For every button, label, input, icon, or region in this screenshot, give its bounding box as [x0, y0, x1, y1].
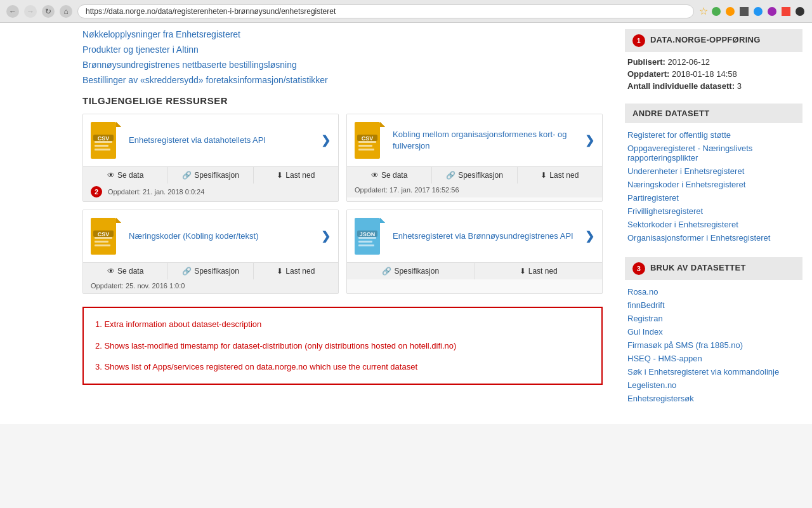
updated-row: Oppdatert: 2018-01-18 14:58 [627, 69, 800, 79]
svg-rect-12 [358, 145, 372, 147]
svg-rect-5 [95, 149, 110, 150]
other-link-2[interactable]: Underenheter i Enhetsregisteret [625, 164, 802, 178]
bruk-link-0[interactable]: Rosa.no [625, 285, 802, 298]
svg-marker-10 [380, 122, 385, 127]
se-data-btn-2[interactable]: 👁 Se data [83, 263, 168, 279]
json-file-icon-3: JSON [355, 218, 385, 255]
updated-value: 2018-01-18 14:58 [672, 69, 737, 79]
bruk-link-5[interactable]: HSEQ - HMS-appen [625, 352, 802, 365]
page-wrapper: Nøkkelopplysninger fra Enhetsregisteret … [0, 23, 812, 424]
csv-file-icon-0: CSV [91, 122, 121, 159]
se-data-btn-0[interactable]: 👁 Se data [83, 167, 168, 184]
updated-text-0: Oppdatert: 21. jan. 2018 0:0:24 [108, 188, 204, 196]
bruk-link-8[interactable]: Enhetsregistersøk [625, 392, 802, 405]
other-link-7[interactable]: Organisasjonsformer i Enhetsregisteret [625, 231, 802, 244]
bruk-link-2[interactable]: Registran [625, 312, 802, 325]
last-ned-btn-3[interactable]: ⬇ Last ned [475, 263, 603, 279]
bruk-link-3[interactable]: Gul Index [625, 325, 802, 338]
last-ned-label-1: Last ned [549, 171, 579, 180]
sidebar-badge-1: 1 [632, 34, 645, 47]
svg-rect-21 [95, 244, 110, 246]
download-icon-2: ⬇ [277, 267, 283, 276]
resource-card-3: JSON Enhetsregisteret via Brønnøysundreg… [346, 210, 603, 294]
dataset-count-value: 3 [737, 81, 742, 91]
last-ned-btn-2[interactable]: ⬇ Last ned [254, 263, 338, 279]
sidebar-badge-3: 3 [632, 262, 645, 275]
resource-title-1[interactable]: Kobling mellom organisasjonsformenes kor… [393, 129, 581, 152]
updated-label: Oppdatert: [627, 69, 669, 79]
top-link-2[interactable]: Brønnøysundregistrenes nettbaserte besti… [82, 60, 603, 70]
sidebar-other-links: Registeret for offentlig støtte Oppgaver… [625, 128, 802, 244]
spesifikasjon-label-2: Spesifikasjon [194, 267, 239, 276]
sidebar-data-section: 1 DATA.NORGE-OPPFØRING Publisert: 2012-0… [625, 29, 802, 91]
resource-actions-2: 👁 Se data 🔗 Spesifikasjon ⬇ Last ned [83, 262, 338, 279]
csv-file-icon-2: CSV [91, 218, 121, 255]
se-data-btn-1[interactable]: 👁 Se data [347, 167, 432, 184]
svg-rect-28 [358, 241, 372, 243]
other-link-0[interactable]: Registeret for offentlig støtte [625, 128, 802, 142]
svg-marker-26 [380, 218, 385, 223]
download-icon-3: ⬇ [520, 267, 526, 276]
spesifikasjon-btn-3[interactable]: 🔗 Spesifikasjon [347, 263, 475, 279]
back-button[interactable]: ← [6, 5, 19, 18]
top-link-1[interactable]: Produkter og tjenester i Altinn [82, 44, 603, 55]
last-ned-btn-1[interactable]: ⬇ Last ned [518, 167, 602, 184]
resource-title-0[interactable]: Enhetsregisteret via datahotellets API [129, 135, 317, 146]
svg-marker-18 [116, 218, 121, 223]
url-bar[interactable]: https://data.norge.no/data/registerenhet… [77, 4, 694, 18]
sidebar-bruk-section: 3 BRUK AV DATASETTET Rosa.no finnBedrift… [625, 257, 802, 405]
other-link-4[interactable]: Partiregisteret [625, 191, 802, 204]
updated-text-2: Oppdatert: 25. nov. 2016 1:0:0 [91, 282, 185, 290]
status-icon-purple [768, 7, 776, 16]
badge-2: 2 [91, 186, 102, 197]
resource-actions-3: 🔗 Spesifikasjon ⬇ Last ned [347, 262, 602, 279]
spesifikasjon-btn-0[interactable]: 🔗 Spesifikasjon [168, 167, 253, 184]
svg-text:JSON: JSON [360, 231, 376, 237]
other-link-5[interactable]: Frivillighetsregisteret [625, 204, 802, 218]
top-link-0[interactable]: Nøkkelopplysninger fra Enhetsregisteret [82, 29, 603, 39]
chevron-icon-3: ❯ [585, 229, 594, 243]
last-ned-btn-0[interactable]: ⬇ Last ned [254, 167, 338, 184]
svg-rect-13 [358, 149, 374, 150]
spesifikasjon-label-0: Spesifikasjon [194, 171, 239, 180]
bruk-link-6[interactable]: Søk i Enhetsregisteret via kommandolinje [625, 365, 802, 378]
resource-card-top-3: JSON Enhetsregisteret via Brønnøysundreg… [347, 210, 602, 262]
status-icon-red [782, 7, 790, 16]
browser-chrome: ← → ↻ ⌂ https://data.norge.no/data/regis… [0, 0, 812, 23]
bruk-link-1[interactable]: finnBedrift [625, 298, 802, 312]
status-icon-orange [726, 7, 735, 16]
sidebar-other-header: ANDRE DATASETT [625, 104, 802, 123]
dataset-count-row: Antall individuelle datasett: 3 [627, 81, 800, 91]
top-link-3[interactable]: Bestillinger av «skreddersydd» foretaksi… [82, 75, 603, 85]
svg-text:CSV: CSV [98, 231, 110, 237]
resource-card-top-2: CSV Næringskoder (Kobling koder/tekst) ❯ [83, 210, 338, 262]
other-link-6[interactable]: Sektorkoder i Enhetsregisteret [625, 218, 802, 231]
home-button[interactable]: ⌂ [60, 5, 72, 18]
svg-marker-2 [116, 122, 121, 127]
status-icon-blue [754, 7, 763, 16]
resource-title-3[interactable]: Enhetsregisteret via Brønnøysundregistre… [393, 231, 581, 242]
info-box: 1. Extra information about dataset-descr… [82, 307, 603, 385]
other-link-1[interactable]: Oppgaveregisteret - Næringslivets rappor… [625, 142, 802, 164]
resources-grid: CSV Enhetsregisteret via datahotellets A… [82, 114, 603, 294]
spesifikasjon-btn-2[interactable]: 🔗 Spesifikasjon [168, 263, 253, 279]
published-label: Publisert: [627, 57, 665, 67]
resource-updated-1: Oppdatert: 17. jan. 2017 16:52:56 [347, 184, 602, 197]
spesifikasjon-label-3: Spesifikasjon [394, 267, 439, 276]
eye-icon-1: 👁 [371, 171, 379, 180]
status-icon-green [712, 7, 721, 16]
bruk-link-7[interactable]: Legelisten.no [625, 378, 802, 392]
eye-icon-2: 👁 [107, 267, 115, 276]
reload-button[interactable]: ↻ [42, 5, 55, 18]
other-link-3[interactable]: Næringskoder i Enhetsregisteret [625, 178, 802, 191]
bruk-link-4[interactable]: Firmasøk på SMS (fra 1885.no) [625, 338, 802, 352]
download-icon-0: ⬇ [277, 171, 283, 180]
updated-text-1: Oppdatert: 17. jan. 2017 16:52:56 [355, 186, 459, 194]
sidebar-meta: Publisert: 2012-06-12 Oppdatert: 2018-01… [625, 57, 802, 91]
spesifikasjon-btn-1[interactable]: 🔗 Spesifikasjon [432, 167, 517, 184]
link-icon-1: 🔗 [446, 171, 455, 180]
last-ned-label-2: Last ned [285, 267, 315, 276]
resource-title-2[interactable]: Næringskoder (Kobling koder/tekst) [129, 231, 317, 242]
forward-button[interactable]: → [24, 5, 37, 18]
svg-rect-29 [358, 244, 374, 246]
